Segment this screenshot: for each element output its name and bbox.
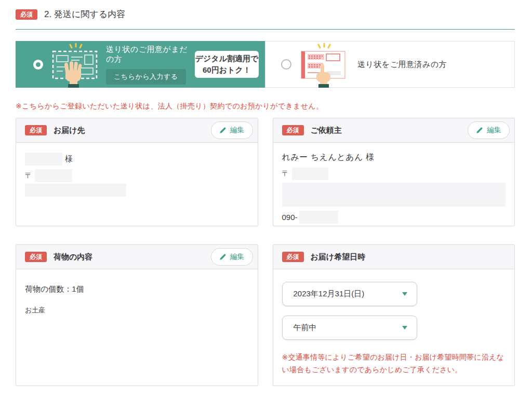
recipient-card-body: 様 〒 (16, 143, 258, 206)
sender-edit-button[interactable]: 編集 (468, 121, 510, 139)
masked-sender-phone (299, 211, 338, 224)
pencil-icon (476, 127, 483, 134)
section-title: 2. 発送に関する内容 (44, 8, 125, 20)
postal-mark: 〒 (25, 171, 32, 181)
delivery-date-select[interactable]: 2023年12月31日(日) (282, 282, 417, 306)
package-description: お土産 (25, 306, 249, 315)
radio-invoice-not-ready[interactable] (33, 60, 43, 70)
write-invoice-illustration (50, 43, 100, 88)
pencil-icon (219, 127, 227, 134)
recipient-edit-button[interactable]: 編集 (211, 121, 253, 139)
delivery-card-header: 必須 お届け希望日時 (273, 245, 515, 269)
pencil-icon (219, 253, 227, 261)
chevron-down-icon (402, 326, 407, 330)
ready-invoice-illustration (299, 43, 348, 88)
masked-recipient-name (25, 153, 62, 166)
invoice-option-banner: 送り状のご用意がまだの方 こちらから入力する デジタル割適用で 60円おトク！ (16, 41, 515, 88)
delivery-card: 必須 お届け希望日時 2023年12月31日(日) 午前中 ※交通事情等によりご… (273, 244, 515, 386)
edit-label: 編集 (487, 126, 501, 135)
required-badge: 必須 (25, 125, 47, 135)
shipping-form-page: 必須 2. 発送に関する内容 (0, 0, 532, 386)
required-badge: 必須 (282, 252, 304, 262)
chevron-down-icon (402, 292, 407, 296)
delivery-card-title: お届け希望日時 (311, 252, 366, 262)
delivery-note: ※交通事情等によりご希望のお届け日・お届け希望時間帯に沿えない場合もございますの… (282, 351, 506, 376)
section-header: 必須 2. 発送に関する内容 (16, 8, 515, 30)
delivery-time-value: 午前中 (294, 323, 317, 333)
masked-recipient-address (25, 184, 126, 197)
option-invoice-not-ready[interactable]: 送り状のご用意がまだの方 こちらから入力する デジタル割適用で 60円おトク！ (16, 41, 265, 88)
package-edit-button[interactable]: 編集 (211, 248, 253, 266)
recipient-card-title: お届け先 (54, 126, 85, 135)
option-not-ready-label: 送り状のご用意がまだの方 (106, 45, 195, 64)
sender-name: れみー ちえんとあん 様 (282, 152, 506, 163)
masked-sender-postal (292, 168, 328, 180)
delivery-card-body: 2023年12月31日(日) 午前中 ※交通事情等によりご希望のお届け日・お届け… (273, 269, 515, 385)
digital-discount-promo: デジタル割適用で 60円おトク！ (195, 51, 259, 78)
recipient-card-header: 必須 お届け先 編集 (16, 118, 258, 143)
edit-label: 編集 (230, 252, 245, 262)
package-card: 必須 荷物の内容 編集 荷物の個数：1個 お土産 (16, 244, 258, 386)
radio-invoice-ready[interactable] (281, 59, 291, 70)
recipient-honorific: 様 (65, 154, 73, 164)
delivery-date-value: 2023年12月31日(日) (294, 289, 365, 299)
sender-phone-prefix: 090- (282, 213, 298, 222)
sender-card: 必須 ご依頼主 編集 れみー ちえんとあん 様 〒 090- (273, 118, 515, 226)
delivery-time-select[interactable]: 午前中 (282, 316, 417, 340)
package-quantity: 荷物の個数：1個 (25, 284, 249, 294)
package-card-body: 荷物の個数：1個 お土産 (16, 269, 258, 324)
required-badge: 必須 (16, 9, 37, 20)
package-card-header: 必須 荷物の内容 編集 (16, 245, 258, 269)
masked-recipient-postal (35, 169, 72, 182)
promo-line1: デジタル割適用で (195, 53, 259, 64)
recipient-card: 必須 お届け先 編集 様 〒 (16, 118, 258, 226)
package-card-title: 荷物の内容 (54, 252, 92, 262)
option-invoice-ready[interactable]: 送り状をご用意済みの方 (265, 41, 515, 88)
promo-line2: 60円おトク！ (203, 64, 251, 76)
option-ready-label: 送り状をご用意済みの方 (357, 60, 447, 70)
required-badge: 必須 (282, 125, 304, 135)
registration-note: ※こちらからご登録いただいた送り状は、法人（掛売り）契約でのお預かりができません… (16, 102, 515, 111)
enter-invoice-button[interactable]: こちらから入力する (106, 69, 186, 85)
postal-mark: 〒 (282, 169, 289, 179)
summary-cards-grid: 必須 お届け先 編集 様 〒 (16, 118, 515, 386)
sender-card-header: 必須 ご依頼主 編集 (273, 118, 515, 143)
sender-card-title: ご依頼主 (311, 126, 342, 135)
edit-label: 編集 (230, 126, 245, 135)
masked-sender-address (282, 183, 506, 207)
required-badge: 必須 (25, 252, 47, 262)
sender-card-body: れみー ちえんとあん 様 〒 090- (273, 143, 515, 226)
